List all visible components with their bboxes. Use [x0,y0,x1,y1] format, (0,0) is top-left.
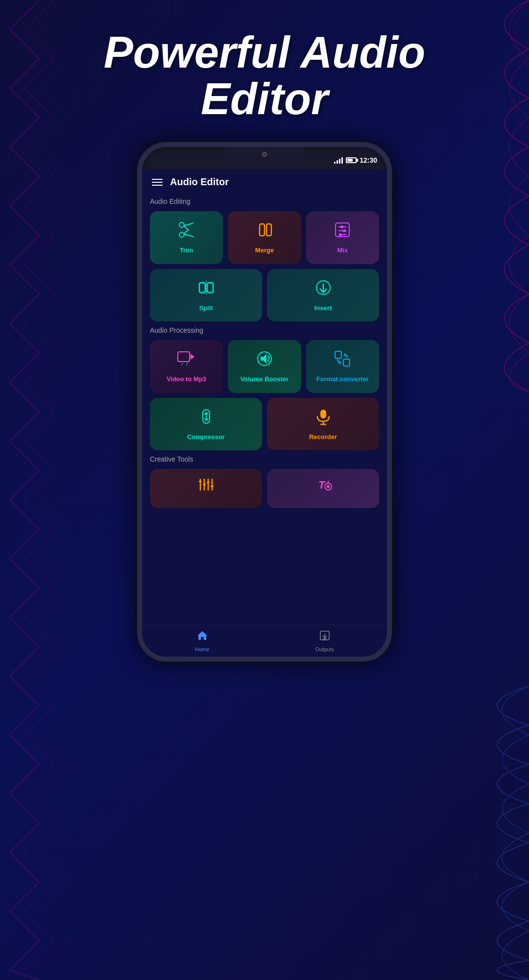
menu-button[interactable] [152,179,163,186]
svg-rect-20 [178,352,190,362]
phone-button-vol-down [137,299,138,338]
tool-split[interactable]: Split [150,269,262,322]
compressor-label: Compressor [187,433,225,441]
mix-icon [334,221,351,243]
svg-rect-40 [211,486,214,487]
tool-mix[interactable]: Mix [306,211,379,264]
phone-camera [262,152,267,157]
tool-format-converter[interactable]: Format converter [306,340,379,393]
merge-icon [256,221,273,243]
svg-rect-15 [199,283,205,293]
phone-frame: 12:30 Audio Editor Audio Editing [137,142,392,662]
svg-point-14 [339,233,342,236]
phone-notch [225,147,304,162]
insert-icon [314,279,332,300]
phone-mockup: 12:30 Audio Editor Audio Editing [137,142,392,662]
signal-icon [334,157,343,164]
svg-rect-6 [260,224,264,236]
recorder-label: Recorder [309,433,337,441]
mix-label: Mix [337,246,348,254]
trim-icon [178,221,195,243]
nav-outputs-label: Outputs [315,646,334,652]
svg-text:T: T [318,479,326,491]
phone-button-vol-up [137,252,138,292]
audio-editing-row1: Trim Merge [150,211,379,264]
svg-point-10 [340,225,343,228]
svg-line-5 [184,230,189,233]
svg-point-12 [343,229,346,232]
nav-home[interactable]: Home [195,630,209,652]
video-to-mp3-icon: ♪ ♪ [177,350,196,371]
trim-label: Trim [180,246,193,254]
svg-line-3 [184,234,193,237]
status-icons: 12:30 [334,156,377,164]
outputs-icon [319,630,331,644]
nav-outputs[interactable]: Outputs [315,630,334,652]
svg-text:♪: ♪ [186,361,189,367]
tool-compressor[interactable]: Compressor [150,398,262,451]
app-title: Audio Editor [170,176,229,188]
section-title-creative-tools: Creative Tools [150,455,379,463]
bg-zigzag-decoration [0,0,78,980]
svg-point-1 [179,232,184,237]
compressor-icon [197,408,215,429]
svg-line-4 [184,226,189,230]
tool-pitch-changer[interactable]: T [267,469,379,508]
tool-equalizer[interactable] [150,469,262,508]
svg-rect-27 [343,359,350,366]
svg-point-44 [327,485,330,488]
volume-booster-label: Volume Booster [240,375,289,383]
svg-rect-38 [203,484,206,485]
svg-rect-7 [266,224,271,236]
svg-point-0 [179,222,184,227]
creative-tools-row1: T [150,469,379,508]
section-title-audio-editing: Audio Editing [150,197,379,205]
volume-booster-icon [256,350,273,371]
hero-title-line1: Powerful Audio [104,28,426,77]
hero-title-line2: Editor [201,74,328,123]
hero-section: Powerful Audio Editor [0,29,529,122]
status-time: 12:30 [360,156,377,164]
bg-wave-decoration-bottom [407,686,529,980]
insert-label: Insert [314,304,332,312]
svg-marker-21 [191,354,194,360]
audio-processing-row1: ♪ ♪ Video to Mp3 [150,340,379,393]
tool-merge[interactable]: Merge [228,211,301,264]
bottom-navigation: Home Outputs [142,625,387,657]
scroll-area[interactable]: Audio Editing [142,193,387,651]
audio-editing-row2: Split Insert [150,269,379,322]
audio-processing-row2: Compressor Recorder [150,398,379,451]
format-converter-icon [334,350,351,371]
svg-line-2 [184,223,193,226]
phone-button-mute [137,220,138,245]
tool-insert[interactable]: Insert [267,269,379,322]
tool-trim[interactable]: Trim [150,211,223,264]
recorder-icon [314,408,332,429]
split-label: Split [199,304,213,312]
phone-screen: Audio Editor Audio Editing [142,169,387,657]
split-icon [197,279,215,300]
nav-home-label: Home [195,646,209,652]
app-header: Audio Editor [142,169,387,193]
svg-text:♪: ♪ [181,361,184,367]
svg-rect-39 [207,482,210,483]
format-converter-label: Format converter [316,375,369,383]
svg-rect-37 [199,481,202,482]
pitch-changer-icon: T [314,477,332,496]
svg-rect-26 [335,351,341,358]
svg-marker-25 [261,354,266,364]
merge-label: Merge [255,246,274,254]
svg-rect-30 [320,410,326,418]
svg-rect-16 [207,283,213,293]
home-icon [196,630,208,644]
battery-icon [346,157,357,163]
phone-button-power [391,260,392,318]
hero-title: Powerful Audio Editor [0,29,529,122]
tool-volume-booster[interactable]: Volume Booster [228,340,301,393]
equalizer-icon [197,477,215,496]
svg-marker-45 [197,631,207,640]
tool-recorder[interactable]: Recorder [267,398,379,451]
video-to-mp3-label: Video to Mp3 [167,375,206,383]
tool-video-to-mp3[interactable]: ♪ ♪ Video to Mp3 [150,340,223,393]
section-title-audio-processing: Audio Processing [150,326,379,334]
